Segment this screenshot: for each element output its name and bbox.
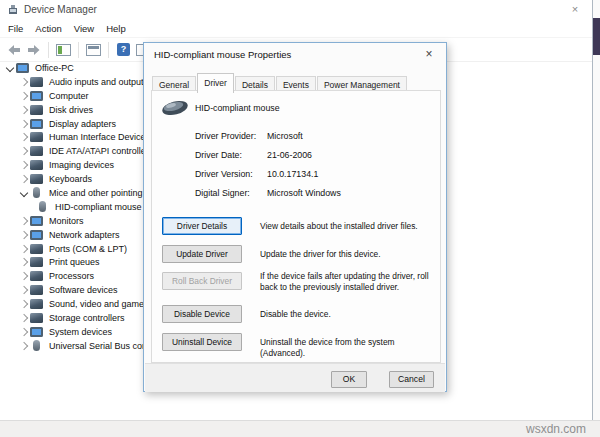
uninstall-device-description: Uninstall the device from the system (Ad…	[260, 337, 438, 359]
mouse-icon	[39, 201, 46, 212]
keyboard-icon	[30, 174, 43, 184]
driver-details-description: View details about the installed driver …	[260, 221, 438, 232]
chevron-right-icon[interactable]	[18, 327, 30, 337]
imaging-icon	[30, 160, 43, 170]
monitor-icon	[30, 216, 43, 226]
dialog-close-icon[interactable]: ×	[420, 46, 438, 62]
field-label: Digital Signer:	[195, 188, 250, 198]
mouse-icon	[33, 187, 40, 198]
computer-icon	[30, 91, 43, 101]
network-icon	[30, 230, 43, 240]
disable-device-button[interactable]: Disable Device	[162, 305, 242, 323]
toolbar-separator	[78, 42, 79, 58]
field-value: Microsoft	[267, 131, 303, 141]
sound-icon	[30, 299, 43, 309]
chevron-right-icon[interactable]	[18, 105, 30, 115]
chevron-right-icon[interactable]	[18, 285, 30, 295]
dialog-button-strip: OK Cancel	[145, 363, 445, 392]
chevron-right-icon[interactable]	[18, 174, 30, 184]
chevron-right-icon[interactable]	[18, 230, 30, 240]
menu-view[interactable]: View	[74, 23, 94, 34]
chevron-down-icon[interactable]	[18, 188, 30, 198]
audio-icon	[30, 77, 43, 87]
driver-tab-page: HID-compliant mouse Driver Provider: Mic…	[151, 90, 441, 363]
chevron-right-icon[interactable]	[18, 146, 30, 156]
chevron-right-icon[interactable]	[18, 216, 30, 226]
device-manager-titlebar: Device Manager ×	[0, 0, 592, 20]
help-icon[interactable]: ?	[115, 42, 132, 58]
system-icon	[30, 327, 43, 337]
field-value: 10.0.17134.1	[267, 169, 318, 179]
background-strip	[593, 0, 600, 420]
disable-device-description: Disable the device.	[260, 309, 438, 320]
dialog-title: HID-compliant mouse Properties	[154, 49, 291, 60]
chevron-right-icon[interactable]	[18, 341, 30, 351]
field-label: Driver Version:	[195, 169, 253, 179]
software-icon	[30, 285, 43, 295]
screen: Device Manager × File Action View Help ?	[0, 0, 600, 437]
tab-driver[interactable]: Driver	[197, 73, 234, 93]
forward-icon[interactable]	[25, 42, 42, 58]
menubar: File Action View Help	[0, 20, 592, 38]
chevron-down-icon[interactable]	[4, 63, 16, 73]
ok-button[interactable]: OK	[331, 371, 367, 388]
chevron-right-icon[interactable]	[18, 271, 30, 281]
field-label: Driver Date:	[195, 150, 242, 160]
update-driver-description: Update the driver for this device.	[260, 249, 438, 260]
window-close-icon[interactable]: ×	[564, 1, 586, 17]
roll-back-driver-description: If the device fails after updating the d…	[260, 271, 438, 293]
processor-icon	[30, 271, 43, 281]
chevron-right-icon[interactable]	[18, 299, 30, 309]
field-value: Microsoft Windows	[267, 188, 341, 198]
cancel-button[interactable]: Cancel	[389, 371, 434, 388]
background-window-fragment	[593, 18, 600, 55]
printer-icon	[30, 257, 43, 267]
roll-back-driver-button: Roll Back Driver	[162, 272, 242, 290]
uninstall-device-button[interactable]: Uninstall Device	[162, 333, 242, 351]
driver-details-button[interactable]: Driver Details	[162, 217, 242, 235]
chevron-right-icon[interactable]	[18, 119, 30, 129]
device-name: HID-compliant mouse	[195, 103, 280, 113]
bottom-bar: wsxdn.com	[0, 420, 600, 437]
chevron-right-icon[interactable]	[18, 313, 30, 323]
chevron-right-icon[interactable]	[18, 244, 30, 254]
ide-icon	[30, 146, 43, 156]
chevron-right-icon[interactable]	[18, 132, 30, 142]
display-icon	[30, 119, 43, 129]
ports-icon	[30, 244, 43, 254]
chevron-right-icon[interactable]	[18, 77, 30, 87]
properties-icon[interactable]	[85, 42, 102, 58]
back-icon[interactable]	[5, 42, 22, 58]
menu-action[interactable]: Action	[35, 23, 61, 34]
field-value: 21-06-2006	[267, 150, 312, 160]
disk-icon	[30, 105, 43, 115]
window-title: Device Manager	[24, 4, 97, 15]
show-console-tree-icon[interactable]	[55, 42, 72, 58]
mouse-icon	[160, 99, 190, 117]
computer-pc-icon	[16, 63, 29, 73]
watermark-text: wsxdn.com	[526, 422, 586, 436]
properties-dialog: HID-compliant mouse Properties × General…	[143, 42, 447, 392]
chevron-right-icon[interactable]	[18, 160, 30, 170]
chevron-right-icon[interactable]	[18, 91, 30, 101]
device-manager-icon	[7, 4, 19, 16]
usb-icon	[33, 340, 40, 351]
toolbar-separator	[48, 42, 49, 58]
field-label: Driver Provider:	[195, 131, 256, 141]
update-driver-button[interactable]: Update Driver	[162, 245, 242, 263]
storage-icon	[30, 313, 43, 323]
menu-help[interactable]: Help	[106, 23, 126, 34]
chevron-right-icon[interactable]	[18, 257, 30, 267]
menu-file[interactable]: File	[8, 23, 23, 34]
hid-icon	[30, 132, 43, 142]
toolbar-separator	[108, 42, 109, 58]
